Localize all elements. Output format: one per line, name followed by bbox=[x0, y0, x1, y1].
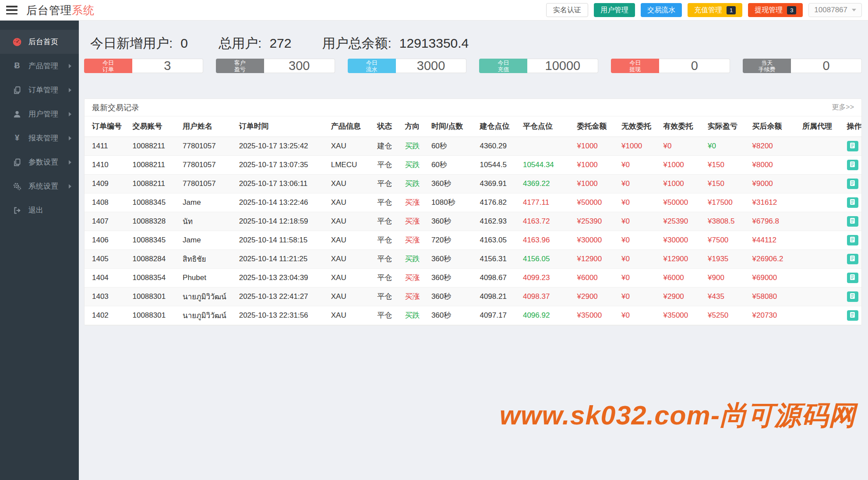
order-detail-button[interactable] bbox=[847, 141, 858, 151]
menu-toggle-icon[interactable] bbox=[6, 6, 18, 14]
gears-icon bbox=[12, 182, 22, 191]
table-cell: XAU bbox=[324, 287, 370, 306]
sidebar-item-label: 用户管理 bbox=[28, 109, 58, 119]
column-header: 有效委托 bbox=[656, 116, 701, 137]
table-cell: 10544.5 bbox=[472, 155, 515, 174]
table-cell: 4369.91 bbox=[472, 174, 515, 193]
stat-box-today-fees: 当天手续费 0 bbox=[743, 59, 862, 73]
table-cell-action bbox=[840, 174, 861, 193]
table-cell bbox=[515, 137, 570, 155]
order-detail-button[interactable] bbox=[847, 254, 858, 264]
table-cell: 2025-10-14 13:22:46 bbox=[232, 193, 324, 212]
stat-box-today-flow: 今日流水 3000 bbox=[348, 59, 467, 73]
table-cell: ¥6000 bbox=[656, 268, 701, 287]
table-cell: ¥31612 bbox=[745, 193, 795, 212]
table-cell: ¥0 bbox=[614, 212, 656, 231]
withdraw-manage-button[interactable]: 提现管理3 bbox=[748, 3, 803, 17]
transactions-tbody: 141110088211778010572025-10-17 13:25:42X… bbox=[85, 137, 861, 325]
stat-box-value: 3 bbox=[132, 59, 203, 73]
order-detail-button[interactable] bbox=[847, 160, 858, 170]
stat-box-today-orders: 今日订单 3 bbox=[84, 59, 203, 73]
table-cell: ¥435 bbox=[700, 287, 745, 306]
table-cell: 2025-10-14 12:18:59 bbox=[232, 212, 324, 231]
yen-icon: ¥ bbox=[12, 133, 22, 143]
order-detail-button[interactable] bbox=[847, 235, 858, 245]
table-cell: 77801057 bbox=[175, 155, 232, 174]
column-header: 订单编号 bbox=[85, 116, 125, 137]
column-header: 方向 bbox=[398, 116, 424, 137]
recharge-manage-button[interactable]: 充值管理1 bbox=[688, 3, 742, 17]
table-cell: นัท bbox=[175, 212, 232, 231]
table-cell: 2025-10-13 22:41:27 bbox=[232, 287, 324, 306]
sidebar-item-label: 产品管理 bbox=[28, 61, 58, 71]
table-cell: 4360.29 bbox=[472, 137, 515, 155]
sidebar-item-system[interactable]: 系统设置 bbox=[0, 174, 79, 198]
table-cell: 2025-10-14 11:21:25 bbox=[232, 249, 324, 268]
table-cell: 10088354 bbox=[125, 268, 175, 287]
table-cell: ¥25390 bbox=[570, 212, 614, 231]
table-cell: 买跌 bbox=[398, 249, 424, 268]
column-header: 时间/点数 bbox=[424, 116, 473, 137]
sidebar-item-products[interactable]: Ƀ 产品管理 bbox=[0, 54, 79, 78]
sidebar-item-logout[interactable]: 退出 bbox=[0, 198, 79, 222]
table-cell: 2025-10-13 22:31:56 bbox=[232, 306, 324, 325]
table-cell: XAU bbox=[324, 137, 370, 155]
table-cell: 2025-10-17 13:25:42 bbox=[232, 137, 324, 155]
more-link[interactable]: 更多>> bbox=[832, 103, 854, 112]
sidebar-item-dashboard[interactable]: 后台首页 bbox=[0, 30, 79, 54]
table-cell: ¥1000 bbox=[570, 174, 614, 193]
table-cell: 10088328 bbox=[125, 212, 175, 231]
order-detail-button[interactable] bbox=[847, 273, 858, 283]
order-detail-button[interactable] bbox=[847, 291, 858, 302]
table-cell: 4098.67 bbox=[472, 268, 515, 287]
account-dropdown[interactable]: 10087867 bbox=[808, 3, 862, 17]
sidebar-item-reports[interactable]: ¥ 报表管理 bbox=[0, 126, 79, 150]
sidebar-item-label: 订单管理 bbox=[28, 85, 58, 95]
table-cell: 10544.34 bbox=[515, 155, 570, 174]
list-icon bbox=[849, 161, 856, 169]
order-detail-button[interactable] bbox=[847, 197, 858, 208]
transactions-table: 订单编号交易账号用户姓名订单时间产品信息状态方向时间/点数建仓点位平仓点位委托金… bbox=[85, 116, 861, 325]
list-icon bbox=[849, 142, 856, 150]
stat-label: 用户总余额: bbox=[322, 35, 391, 53]
card-title: 最新交易记录 bbox=[92, 102, 139, 113]
sidebar-item-label: 报表管理 bbox=[28, 133, 58, 143]
topbar-actions: 实名认证 用户管理 交易流水 充值管理1 提现管理3 10087867 bbox=[546, 3, 862, 17]
table-cell: ¥6796.8 bbox=[745, 212, 795, 231]
table-cell: Jame bbox=[175, 193, 232, 212]
list-icon bbox=[849, 217, 856, 225]
table-cell: 平仓 bbox=[370, 155, 397, 174]
stat-total-balance: 用户总余额: 12913350.4 bbox=[322, 35, 469, 53]
trade-flow-button[interactable]: 交易流水 bbox=[641, 3, 682, 17]
sidebar-item-users[interactable]: 用户管理 bbox=[0, 102, 79, 126]
table-cell: ¥2900 bbox=[656, 287, 701, 306]
table-cell: ¥0 bbox=[614, 231, 656, 249]
user-manage-button[interactable]: 用户管理 bbox=[594, 3, 635, 17]
table-row: 140610088345Jame2025-10-14 11:58:15XAU平仓… bbox=[85, 231, 861, 249]
chevron-down-icon bbox=[852, 9, 856, 11]
table-cell: 10088345 bbox=[125, 193, 175, 212]
sidebar-item-orders[interactable]: 订单管理 bbox=[0, 78, 79, 102]
column-header: 实际盈亏 bbox=[700, 116, 745, 137]
column-header: 产品信息 bbox=[324, 116, 370, 137]
order-detail-button[interactable] bbox=[847, 179, 858, 189]
table-cell: ¥35000 bbox=[570, 306, 614, 325]
realname-verify-button[interactable]: 实名认证 bbox=[546, 3, 588, 17]
chevron-right-icon bbox=[69, 64, 71, 68]
order-detail-button[interactable] bbox=[847, 216, 858, 227]
table-cell: 平仓 bbox=[370, 268, 397, 287]
table-cell: 60秒 bbox=[424, 137, 473, 155]
table-cell: สิทธิชัย bbox=[175, 249, 232, 268]
stats-summary: 今日新增用户: 0 总用户: 272 用户总余额: 12913350.4 bbox=[84, 21, 862, 53]
stat-box-value: 10000 bbox=[527, 59, 598, 73]
stat-boxes-row: 今日订单 3 客户盈亏 300 今日流水 3000 今日充值 10000 今日提… bbox=[84, 59, 862, 73]
list-icon bbox=[849, 236, 856, 244]
table-cell: 1409 bbox=[85, 174, 125, 193]
order-detail-button[interactable] bbox=[847, 310, 858, 321]
sidebar-item-parameters[interactable]: 参数设置 bbox=[0, 150, 79, 174]
table-cell: ¥150 bbox=[700, 174, 745, 193]
table-cell bbox=[795, 193, 840, 212]
table-cell: 10088211 bbox=[125, 155, 175, 174]
top-bar: 后台管理系统 实名认证 用户管理 交易流水 充值管理1 提现管理3 100878… bbox=[0, 0, 868, 21]
table-cell: ¥0 bbox=[614, 268, 656, 287]
